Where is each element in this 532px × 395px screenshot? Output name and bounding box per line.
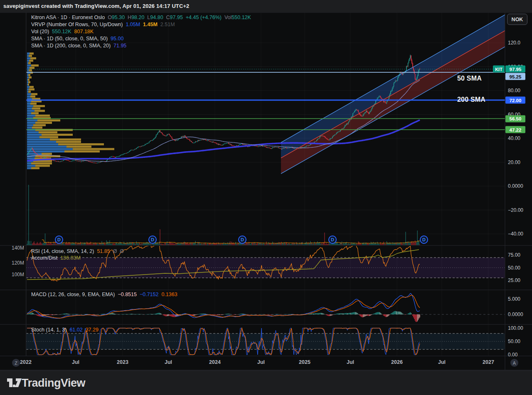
price-tick: 120.0: [508, 40, 520, 46]
sma50-legend[interactable]: SMA · 1D (50, close, 0, SMA, 50) 95.00: [31, 36, 123, 42]
accdist-tick: 120M: [12, 260, 24, 266]
price-tick: 80.00: [508, 88, 520, 93]
symbol-legend[interactable]: Kitron ASA · 1D · Euronext Oslo O95.30 H…: [31, 15, 251, 20]
time-tick: Jul: [72, 359, 79, 365]
price-tick: 20.00: [508, 159, 520, 165]
rsi-hidden-1: Ø: [113, 248, 117, 254]
ohlc-o: 95.30: [112, 15, 125, 20]
time-tick: 2024: [209, 359, 221, 365]
change-value: +4.45 (+4.76%): [186, 15, 222, 20]
svg-text:D: D: [331, 237, 334, 242]
vol-label: Vol: [224, 15, 232, 20]
svg-text:D: D: [151, 237, 154, 242]
volume-value: 550.12K: [52, 29, 71, 34]
accdist-legend[interactable]: Accum/Dist 136.03M: [31, 255, 81, 261]
volume-ma-value: 807.18K: [74, 29, 94, 34]
rsi-hidden-2: Ø: [120, 248, 124, 254]
time-tick: Jul: [347, 359, 354, 365]
svg-text:D: D: [422, 237, 426, 242]
volume-legend[interactable]: Vol (20) 550.12K 807.18K: [31, 29, 94, 34]
macd-tick: 5.000: [508, 296, 520, 302]
macd-tick: 0.0000: [508, 312, 523, 317]
vrvp-label: VRVP (Number Of Rows, 70, Up/Down): [31, 22, 123, 27]
sma50-annotation[interactable]: 50 SMA: [457, 75, 482, 82]
ohlc-c-label: C: [166, 15, 170, 20]
attribution-bar: savepiginvest created with TradingView.c…: [0, 0, 532, 12]
vrvp-total-value: 2.51M: [160, 22, 175, 27]
timezone-button[interactable]: Z: [12, 359, 20, 367]
accdist-value: 136.03M: [60, 255, 81, 261]
sma50-value: 95.00: [111, 36, 123, 42]
ohlc-l: 94.80: [150, 15, 163, 20]
stoch-d-value: 37.29: [86, 327, 99, 333]
stoch-tick: 50.00: [508, 339, 520, 344]
sma200-label: SMA · 1D (200, close, 0, SMA, 20): [31, 43, 111, 49]
sma200-value: 71.95: [113, 43, 126, 49]
ohlc-h: 98.20: [131, 15, 144, 20]
sma50-label: SMA · 1D (50, close, 0, SMA, 50): [31, 36, 108, 42]
stoch-tick: 0.00: [508, 352, 517, 358]
attribution-text: savepiginvest created with TradingView.c…: [3, 3, 189, 9]
time-tick: 2026: [391, 359, 403, 365]
volume-label: Vol (20): [31, 29, 49, 34]
price-tick: −40.00: [508, 231, 523, 237]
macd-signal-value: 0.1363: [161, 292, 177, 297]
vol-value: 550.12K: [232, 15, 251, 20]
stoch-legend[interactable]: Stoch (14, 1, 3) 61.02 37.29: [31, 327, 99, 333]
rsi-tick: 25.00: [508, 277, 520, 283]
macd-line-value: −0.7152: [140, 292, 159, 297]
macd-label: MACD (12, 26, close, 9, EMA, EMA): [31, 292, 115, 297]
svg-text:D: D: [241, 237, 244, 242]
price-tick: −20.00: [508, 207, 523, 213]
rsi-value: 51.85: [97, 248, 110, 254]
svg-text:D: D: [57, 237, 61, 242]
price-badge: 47.22: [505, 126, 525, 133]
ohlc-h-label: H: [128, 15, 131, 20]
accdist-label: Accum/Dist: [31, 255, 57, 261]
rsi-tick: 75.00: [508, 252, 520, 258]
price-tick: 0.0000: [508, 183, 523, 189]
auto-scale-button[interactable]: A: [510, 359, 518, 367]
sma200-annotation[interactable]: 200 SMA: [457, 96, 485, 103]
price-badge: 56.50: [505, 115, 525, 122]
footer: TradingView: [0, 370, 532, 395]
macd-legend[interactable]: MACD (12, 26, close, 9, EMA, EMA) −0.851…: [31, 292, 177, 297]
price-badge: 95.25: [505, 73, 525, 80]
price-badge: 97.95: [505, 66, 525, 73]
vrvp-up-value: 1.05M: [126, 22, 140, 27]
stoch-k-value: 61.02: [69, 327, 82, 333]
time-tick: Jul: [165, 359, 172, 365]
price-badge: 72.00: [505, 97, 525, 104]
vrvp-legend[interactable]: VRVP (Number Of Rows, 70, Up/Down) 1.05M…: [31, 22, 175, 27]
rsi-label: RSI (14, close, SMA, 14, 2): [31, 248, 94, 254]
time-tick: 2023: [117, 359, 128, 365]
currency-button[interactable]: NOK: [507, 14, 527, 25]
chart-area[interactable]: DDDDD Kitron ASA · 1D · Euronext Oslo O9…: [0, 12, 532, 370]
accdist-tick: 140M: [12, 245, 24, 251]
sma200-legend[interactable]: SMA · 1D (200, close, 0, SMA, 20) 71.95: [31, 43, 126, 49]
rsi-legend[interactable]: RSI (14, close, SMA, 14, 2) 51.85 Ø Ø: [31, 248, 124, 254]
accdist-tick: 100M: [12, 272, 24, 277]
symbol-title: Kitron ASA · 1D · Euronext Oslo: [31, 15, 105, 20]
time-tick: 2025: [299, 359, 310, 365]
macd-hist-value: −0.8515: [118, 292, 137, 297]
ohlc-c: 97.95: [170, 15, 183, 20]
time-tick: Jul: [257, 359, 265, 365]
tradingview-logo-icon: [7, 376, 22, 390]
time-tick: 2022: [20, 359, 32, 365]
rsi-tick: 50.00: [508, 265, 520, 271]
time-tick: 2027: [483, 359, 494, 365]
stoch-tick: 100.00: [508, 325, 523, 331]
stoch-label: Stoch (14, 1, 3): [31, 327, 66, 333]
symbol-tag: KIT: [493, 66, 505, 73]
ohlc-o-label: O: [108, 15, 112, 20]
vrvp-down-value: 1.45M: [143, 22, 158, 27]
tradingview-brand: TradingView: [22, 377, 85, 390]
time-tick: Jul: [438, 359, 446, 365]
price-tick: 40.00: [508, 135, 520, 141]
chart-canvas[interactable]: DDDDD: [0, 12, 532, 370]
